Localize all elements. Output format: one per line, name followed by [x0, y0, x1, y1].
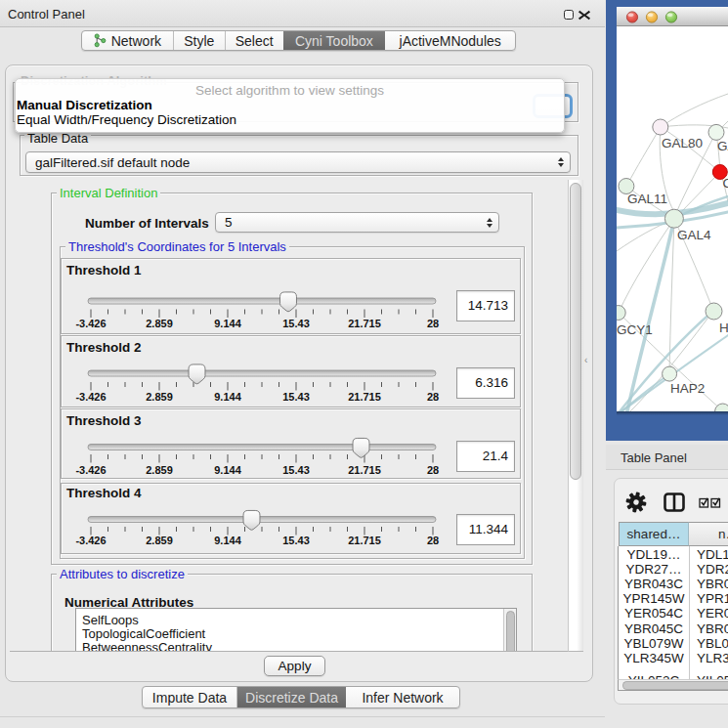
- svg-text:-3.426: -3.426: [75, 535, 106, 546]
- svg-text:9.144: 9.144: [214, 464, 241, 476]
- svg-text:28: 28: [427, 317, 439, 328]
- svg-text:GAL11: GAL11: [627, 192, 667, 206]
- svg-text:21.715: 21.715: [348, 464, 381, 476]
- svg-text:2.859: 2.859: [146, 391, 173, 403]
- svg-text:GAL4: GAL4: [677, 228, 711, 242]
- svg-text:2.859: 2.859: [146, 317, 173, 328]
- svg-text:2.859: 2.859: [146, 464, 173, 476]
- svg-text:-3.426: -3.426: [75, 317, 106, 328]
- svg-text:GA: GA: [717, 139, 728, 153]
- svg-text:-3.426: -3.426: [75, 391, 106, 403]
- svg-text:21.715: 21.715: [348, 317, 381, 328]
- svg-text:28: 28: [427, 464, 439, 476]
- svg-text:9.144: 9.144: [214, 535, 241, 546]
- svg-text:21.715: 21.715: [348, 391, 381, 403]
- svg-text:-3.426: -3.426: [75, 464, 106, 476]
- svg-text:C: C: [723, 176, 728, 191]
- svg-text:28: 28: [427, 391, 439, 403]
- svg-text:GAL80: GAL80: [662, 136, 703, 150]
- svg-text:GCY1: GCY1: [617, 322, 653, 337]
- svg-text:HAP2: HAP2: [670, 381, 705, 396]
- svg-text:15.43: 15.43: [282, 535, 310, 546]
- svg-text:15.43: 15.43: [282, 464, 310, 476]
- svg-text:9.144: 9.144: [214, 317, 241, 328]
- svg-text:H: H: [719, 321, 728, 335]
- svg-text:2.859: 2.859: [146, 535, 173, 546]
- svg-text:9.144: 9.144: [214, 391, 241, 403]
- svg-text:15.43: 15.43: [282, 317, 310, 328]
- svg-text:15.43: 15.43: [282, 391, 310, 403]
- svg-text:28: 28: [427, 535, 439, 546]
- svg-text:21.715: 21.715: [348, 535, 381, 546]
